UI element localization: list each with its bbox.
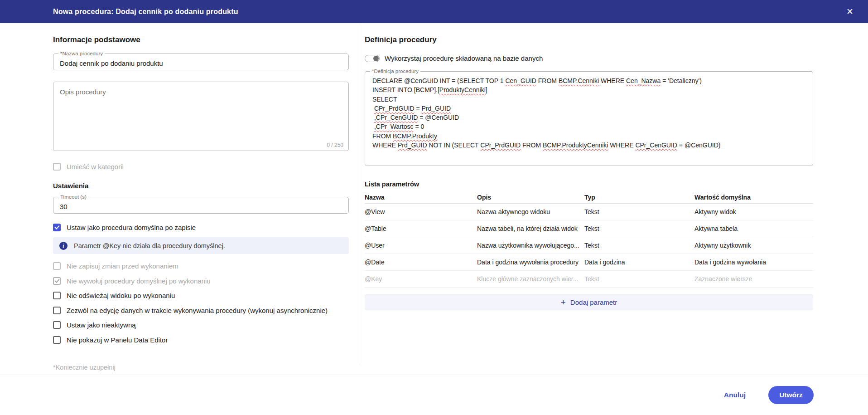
param-cell: Nazwa użytkownika wywołującego... [477,242,584,249]
option-checkbox-row-1: Nie wywołuj procedury domyślnej po wykon… [53,277,349,285]
checkbox-label: Nie odświeżaj widoku po wykonaniu [67,292,175,299]
param-row-user[interactable]: @UserNazwa użytkownika wywołującego...Te… [365,237,813,254]
params-table-body: @ViewNazwa aktywnego widokuTekstAktywny … [365,204,813,288]
char-counter: 0 / 250 [327,142,343,148]
category-checkbox [53,163,61,171]
dialog-title: Nowa procedura: Dodaj cennik po dodaniu … [53,8,842,16]
col-header-name: Nazwa [365,194,477,201]
definition-label: *Definicja procedury [370,68,420,74]
dialog-footer: Anuluj Utwórz [0,375,868,415]
definition-editor[interactable]: DECLARE @CenGUID INT = (SELECT TOP 1 Cen… [365,72,813,150]
col-header-desc: Opis [477,194,584,201]
default-procedure-checkbox[interactable] [53,224,61,231]
misspelled-token: Prd_GUID [398,142,427,149]
param-cell: Data i godzina wywołania [694,259,813,266]
procedure-name-field: *Nazwa procedury [53,54,349,70]
sql-line: INSERT INTO [BCMP].[ProduktyCenniki] [372,85,805,94]
param-cell: Tekst [584,242,694,249]
add-parameter-button[interactable]: + Dodaj parametr [365,294,813,310]
param-cell: @Date [365,259,477,266]
param-cell: @Key [365,275,477,283]
misspelled-token: BCMP.Cenniki [559,77,599,84]
param-row-key: @KeyKlucze główne zaznaczonych wier...Te… [365,271,813,288]
param-cell: Aktywny użytkownik [694,242,813,249]
timeout-input[interactable] [53,197,348,213]
misspelled-token: BCMP.ProduktyCenniki [543,142,608,149]
stored-procedure-toggle[interactable] [365,55,380,62]
checkbox-icon[interactable] [53,321,61,329]
param-cell: Data i godzina [584,259,694,266]
basic-info-panel: Informacje podstawowe *Nazwa procedury 0… [0,23,359,375]
param-row-date[interactable]: @DateData i godzina wywołania proceduryD… [365,254,813,271]
misspelled-token: Prd_GUID [422,105,451,112]
params-title: Lista parametrów [365,181,813,188]
checkbox-icon[interactable] [53,292,61,299]
misspelled-token: ProduktyCenniki [439,86,486,93]
param-cell: Nazwa aktywnego widoku [477,208,584,215]
close-icon[interactable]: ✕ [842,4,858,20]
timeout-label: Timeout (s) [58,194,88,200]
checkbox-label: Nie zapisuj zmian przed wykonaniem [67,262,178,270]
info-banner: i Parametr @Key nie działa dla procedury… [53,237,349,254]
checkbox-label: Zezwól na edycję danych w trakcie wykony… [67,307,328,314]
param-row-view[interactable]: @ViewNazwa aktywnego widokuTekstAktywny … [365,204,813,220]
stored-procedure-toggle-row[interactable]: Wykorzystaj procedurę składowaną na bazi… [365,54,813,62]
checkbox-icon[interactable] [53,307,61,314]
param-cell: Aktywny widok [694,208,813,215]
create-button[interactable]: Utwórz [768,386,814,404]
option-checkbox-list: Nie zapisuj zmian przed wykonaniemNie wy… [53,262,349,344]
stored-procedure-toggle-label: Wykorzystaj procedurę składowaną na bazi… [385,54,543,62]
dialog-body: Informacje podstawowe *Nazwa procedury 0… [0,23,868,375]
default-procedure-checkbox-row[interactable]: Ustaw jako procedura domyślna po zapisie [53,224,349,231]
misspelled-token: Cen_Nazwa [626,77,661,84]
toggle-thumb-icon [373,56,379,61]
param-cell: Klucze główne zaznaczonych wier... [477,275,584,283]
misspelled-token: ,CPr_CenGUID [374,114,418,121]
definition-field: *Definicja procedury DECLARE @CenGUID IN… [365,71,813,166]
info-banner-text: Parametr @Key nie działa dla procedury d… [74,242,225,249]
checkbox-icon[interactable] [53,336,61,344]
option-checkbox-row-0: Nie zapisuj zmian przed wykonaniem [53,262,349,270]
param-cell: Data i godzina wywołania procedury [477,259,584,266]
option-checkbox-row-4[interactable]: Ustaw jako nieaktywną [53,321,349,329]
option-checkbox-row-2[interactable]: Nie odświeżaj widoku po wykonaniu [53,292,349,299]
category-checkbox-label: Umieść w kategorii [67,163,124,171]
param-cell: Zaznaczone wiersze [694,275,813,283]
option-checkbox-row-3[interactable]: Zezwól na edycję danych w trakcie wykony… [53,307,349,314]
sql-line: FROM BCMP.Produkty [372,132,805,141]
col-header-type: Typ [584,194,694,201]
option-checkbox-row-5[interactable]: Nie pokazuj w Panelu Data Editor [53,336,349,344]
checkbox-icon [53,262,61,270]
cancel-button[interactable]: Anuluj [722,387,747,403]
params-table: Nazwa Opis Typ Wartość domyślna @ViewNaz… [365,191,813,288]
params-table-header: Nazwa Opis Typ Wartość domyślna [365,191,813,204]
misspelled-token: CPr_PrdGUID [480,142,521,149]
param-cell: @User [365,242,477,249]
col-header-default: Wartość domyślna [694,194,813,201]
add-parameter-label: Dodaj parametr [570,298,617,306]
sql-line: WHERE Prd_GUID NOT IN (SELECT CPr_PrdGUI… [372,141,805,150]
checkbox-label: Ustaw jako nieaktywną [67,321,136,329]
procedure-description-input[interactable] [53,82,348,151]
misspelled-token: CPr_CenGUID [635,142,677,149]
sql-line: ,CPr_CenGUID = @CenGUID [372,113,805,122]
param-cell: Tekst [584,275,694,283]
checkbox-label: Nie pokazuj w Panelu Data Editor [67,336,168,344]
column-divider [359,23,359,365]
definition-title: Definicja procedury [365,35,813,44]
misspelled-token: BCMP.Produkty [393,132,437,140]
param-cell: Aktywna tabela [694,225,813,232]
required-hint: *Koniecznie uzupełnij [53,364,349,371]
param-cell: @View [365,208,477,215]
info-icon: i [59,242,68,250]
timeout-field: Timeout (s) [53,197,349,214]
param-cell: @Table [365,225,477,232]
misspelled-token: CPr_PrdGUID [374,105,415,112]
param-cell: Tekst [584,208,694,215]
misspelled-token: Cen_GUID [505,77,536,84]
param-row-table[interactable]: @TableNazwa tabeli, na której działa wid… [365,220,813,237]
param-cell: Tekst [584,225,694,232]
basic-info-title: Informacje podstawowe [53,35,349,44]
sql-line: CPr_PrdGUID = Prd_GUID [372,104,805,113]
new-procedure-dialog: Nowa procedura: Dodaj cennik po dodaniu … [0,0,868,415]
